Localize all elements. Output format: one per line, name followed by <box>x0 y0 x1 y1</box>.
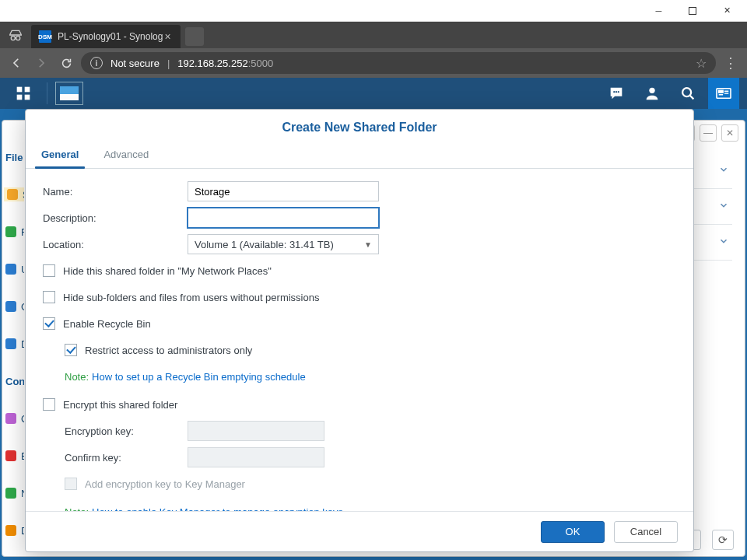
svg-rect-3 <box>25 87 30 93</box>
checkbox-add-key-manager-label: Add encryption key to Key Manager <box>85 478 245 490</box>
confirm-key-input <box>188 447 324 467</box>
svg-rect-4 <box>17 95 23 100</box>
bg-minimize-button[interactable]: — <box>700 124 717 142</box>
incognito-icon <box>0 22 31 48</box>
location-value: Volume 1 (Available: 31.41 TB) <box>195 239 334 250</box>
svg-point-8 <box>618 91 619 93</box>
nav-reload-button[interactable] <box>56 53 76 73</box>
ok-button[interactable]: OK <box>541 521 605 543</box>
new-tab-button[interactable] <box>185 27 204 46</box>
chat-icon[interactable] <box>601 78 632 109</box>
label-name: Name: <box>43 186 188 198</box>
dialog-footer: OK Cancel <box>26 511 693 551</box>
tab-favicon: DSM <box>39 30 51 43</box>
nav-forward-button[interactable] <box>31 53 51 73</box>
tab-advanced[interactable]: Advanced <box>102 142 150 168</box>
checkbox-hide-network-label: Hide this shared folder in "My Network P… <box>63 265 272 277</box>
description-input[interactable] <box>188 208 379 228</box>
svg-point-0 <box>11 36 15 40</box>
nav-back-button[interactable] <box>6 53 26 73</box>
checkbox-encrypt[interactable] <box>43 398 55 411</box>
checkbox-restrict-admin-label: Restrict access to administrators only <box>85 345 252 356</box>
control-panel-sidebar: File Sh Fil Us Gr Do Con Qu Ex Ne DH <box>2 145 24 556</box>
sidebar-item[interactable]: Fil <box>5 225 24 239</box>
tab-close-icon[interactable]: × <box>163 30 172 43</box>
sidebar-item[interactable]: Qu <box>5 411 24 425</box>
svg-point-7 <box>615 91 617 93</box>
label-confirm-key: Confirm key: <box>65 452 188 464</box>
dialog-body: Name: Description: Location: Volume 1 (A… <box>26 169 693 511</box>
svg-point-10 <box>682 88 691 96</box>
checkbox-encrypt-label: Encrypt this shared folder <box>63 399 177 411</box>
sidebar-item[interactable]: Us <box>5 262 24 276</box>
checkbox-hide-subfolders-label: Hide sub-folders and files from users wi… <box>63 292 319 303</box>
sidebar-item[interactable]: Ne <box>5 486 24 500</box>
url-host: 192.168.25.252:5000 <box>177 58 273 69</box>
label-location: Location: <box>43 239 188 250</box>
os-titlebar: ─ ✕ <box>0 0 747 22</box>
recycle-schedule-link[interactable]: How to set up a Recycle Bin emptying sch… <box>92 371 306 383</box>
window-minimize-button[interactable]: ─ <box>641 1 675 21</box>
tab-title: PL-Synology01 - Synolog <box>58 31 163 42</box>
search-icon[interactable] <box>672 78 703 109</box>
browser-toolbar: i Not secure | 192.168.25.252:5000 ☆ ⋮ <box>0 48 747 78</box>
svg-point-6 <box>613 91 615 93</box>
dsm-apps-button[interactable] <box>8 78 39 109</box>
bookmark-star-icon[interactable]: ☆ <box>696 56 707 71</box>
address-bar[interactable]: i Not secure | 192.168.25.252:5000 ☆ <box>81 52 716 74</box>
svg-rect-12 <box>719 90 723 93</box>
encryption-key-input <box>188 421 324 441</box>
site-info-icon[interactable]: i <box>90 57 103 69</box>
security-status: Not secure <box>110 58 160 69</box>
dsm-desktop: — ✕ File Sh Fil Us Gr Do Con Qu Ex Ne DH <box>0 109 747 560</box>
cancel-button[interactable]: Cancel <box>614 521 678 543</box>
sidebar-item[interactable]: DH <box>5 523 24 537</box>
checkbox-enable-recycle[interactable] <box>43 317 55 330</box>
checkbox-restrict-admin[interactable] <box>65 344 77 356</box>
checkbox-enable-recycle-label: Enable Recycle Bin <box>63 318 151 330</box>
label-encryption-key: Encryption key: <box>65 425 188 437</box>
checkbox-add-key-manager <box>65 478 77 490</box>
create-shared-folder-dialog: Create New Shared Folder General Advance… <box>25 109 694 552</box>
note-label: Note: <box>65 371 89 383</box>
dialog-title: Create New Shared Folder <box>26 110 693 142</box>
sidebar-item[interactable]: Ex <box>5 449 24 463</box>
dialog-tabs: General Advanced <box>26 142 693 169</box>
window-close-button[interactable]: ✕ <box>710 1 744 21</box>
sidebar-item[interactable]: Sh <box>4 187 24 201</box>
chevron-down-icon: ▼ <box>364 240 372 249</box>
window-maximize-button[interactable] <box>675 1 710 21</box>
browser-menu-button[interactable]: ⋮ <box>721 54 741 72</box>
bg-close-button[interactable]: ✕ <box>721 124 738 142</box>
svg-point-1 <box>16 36 20 40</box>
widgets-icon[interactable] <box>708 78 739 109</box>
sidebar-item[interactable]: Gr <box>5 299 24 313</box>
taskbar-window-button[interactable] <box>55 82 83 105</box>
user-icon[interactable] <box>637 78 668 109</box>
sidebar-item[interactable]: Do <box>5 337 24 351</box>
browser-tabstrip: DSM PL-Synology01 - Synolog × <box>0 22 747 48</box>
svg-point-9 <box>649 88 654 93</box>
svg-rect-5 <box>25 95 30 100</box>
name-input[interactable] <box>188 181 379 201</box>
checkbox-hide-subfolders[interactable] <box>43 291 55 303</box>
sidebar-section: File <box>5 150 23 164</box>
tab-general[interactable]: General <box>40 142 80 168</box>
checkbox-hide-network[interactable] <box>43 264 55 277</box>
bg-refresh-button[interactable]: ⟳ <box>712 530 734 550</box>
label-description: Description: <box>43 212 188 224</box>
dsm-taskbar <box>0 78 747 109</box>
browser-tab[interactable]: DSM PL-Synology01 - Synolog × <box>31 25 181 48</box>
location-select[interactable]: Volume 1 (Available: 31.41 TB) ▼ <box>188 234 379 254</box>
svg-rect-2 <box>17 87 23 93</box>
sidebar-section: Con <box>5 374 24 388</box>
